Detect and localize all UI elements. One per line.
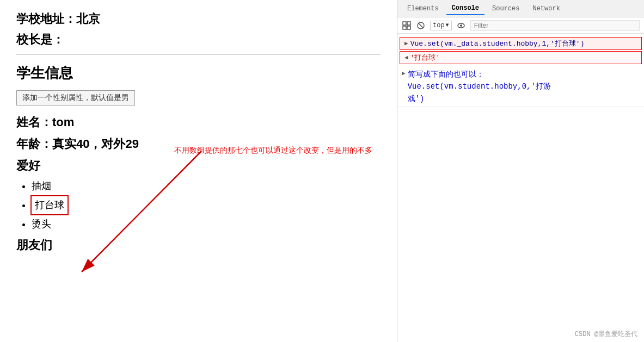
svg-rect-5 [407, 26, 410, 29]
friends-title: 朋友们 [16, 237, 381, 253]
left-panel: 学校地址：北京 校长是： 学生信息 添加一个性别属性，默认值是男 姓名：tom … [0, 0, 397, 342]
hobby-item-1: 打台球 [32, 196, 381, 214]
divider [16, 54, 381, 55]
devtools-tabs: Elements Console Sources Network [397, 0, 644, 17]
tab-console[interactable]: Console [446, 2, 484, 15]
name-line: 姓名：tom [16, 114, 381, 130]
svg-rect-4 [403, 26, 406, 29]
chevron-left-icon-1: ◀ [404, 54, 408, 61]
console-entry-0: ▶ Vue.set(vm._data.student.hobby,1,'打台球'… [400, 37, 642, 50]
devtools-toolbar: top ▼ [397, 17, 644, 34]
console-entry-1: ◀ '打台球' [400, 51, 642, 64]
hobby-item-2: 烫头 [32, 216, 381, 232]
tab-sources[interactable]: Sources [487, 3, 525, 15]
comment-block: 简写成下面的也可以： Vue.set(vm.student.hobby,0,'打… [408, 69, 551, 105]
comment-line-0: 简写成下面的也可以： [408, 69, 551, 80]
right-panel: Elements Console Sources Network top ▼ [397, 0, 644, 342]
hobby-item-0: 抽烟 [32, 178, 381, 194]
chevron-right-icon-2[interactable]: ▶ [402, 70, 406, 77]
student-info-title: 学生信息 [16, 64, 381, 83]
comment-line-1: Vue.set(vm.student.hobby,0,'打游 [408, 80, 551, 92]
inspect-icon[interactable] [402, 21, 412, 30]
svg-rect-3 [407, 22, 410, 25]
filter-input[interactable] [470, 20, 640, 31]
tab-elements[interactable]: Elements [402, 3, 444, 15]
context-selector[interactable]: top ▼ [430, 21, 452, 30]
context-value: top [433, 22, 445, 29]
chevron-down-icon: ▼ [446, 22, 449, 28]
comment-line-2: 戏') [408, 93, 551, 105]
console-result-text-1: '打台球' [410, 53, 440, 63]
hobby-list: 抽烟 打台球 烫头 [16, 178, 381, 232]
add-attr-button[interactable]: 添加一个性别属性，默认值是男 [16, 90, 135, 105]
hobby-title: 爱好 [16, 158, 381, 174]
eye-icon[interactable] [456, 21, 466, 30]
svg-line-7 [419, 23, 424, 28]
hobby-item-1-highlighted: 打台球 [32, 196, 68, 214]
svg-rect-2 [403, 22, 406, 25]
annotation-text: 不用数组提供的那七个也可以通过这个改变，但是用的不多 [174, 146, 372, 156]
console-input-text-0: Vue.set(vm._data.student.hobby,1,'打台球') [410, 39, 585, 48]
devtools-console: ▶ Vue.set(vm._data.student.hobby,1,'打台球'… [397, 34, 644, 342]
school-address: 学校地址：北京 [16, 11, 381, 27]
chevron-right-icon-0[interactable]: ▶ [404, 40, 408, 47]
tab-network[interactable]: Network [527, 3, 565, 15]
svg-point-9 [460, 24, 462, 27]
console-entry-2: ▶ 简写成下面的也可以： Vue.set(vm.student.hobby,0,… [397, 65, 644, 107]
block-icon[interactable] [416, 21, 426, 30]
principal: 校长是： [16, 32, 381, 48]
csdn-watermark: CSDN @墨鱼爱吃圣代 [575, 329, 637, 339]
